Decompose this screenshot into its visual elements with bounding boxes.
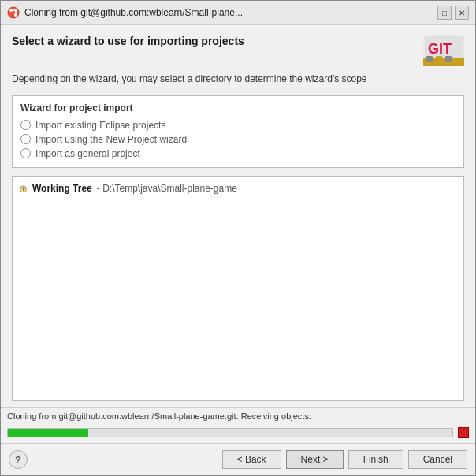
radio-label-existing: Import existing Eclipse projects [35,120,165,131]
radio-circle-existing [20,120,31,130]
working-tree-label: Working Tree [32,183,92,194]
radio-label-new-project: Import using the New Project wizard [35,134,187,145]
progress-bar-track [7,428,453,437]
header-row: Select a wizard to use for importing pro… [12,35,464,66]
tree-item-working-tree: ⊕ Working Tree - D:\Temp\java\Small-plan… [19,181,457,196]
svg-rect-10 [426,56,433,62]
wizard-section-title: Wizard for project import [20,102,456,113]
tree-view[interactable]: ⊕ Working Tree - D:\Temp\java\Small-plan… [12,176,464,401]
radio-item-existing[interactable]: Import existing Eclipse projects [20,120,456,131]
main-window: Cloning from git@github.com:wblearn/Smal… [0,0,476,476]
minimize-button[interactable]: □ [437,6,452,20]
svg-text:GIT: GIT [428,41,452,57]
nav-buttons: < Back Next > Finish Cancel [222,450,467,469]
radio-item-new-project[interactable]: Import using the New Project wizard [20,134,456,145]
wizard-radio-group: Import existing Eclipse projects Import … [20,120,456,159]
page-title: Select a wizard to use for importing pro… [12,35,423,47]
stop-button[interactable] [458,427,469,438]
radio-circle-general [20,148,31,158]
button-row: ? < Back Next > Finish Cancel [1,443,475,475]
window-title: Cloning from git@github.com:wblearn/Smal… [24,7,433,18]
header-subtitle: Depending on the wizard, you may select … [12,73,464,86]
svg-rect-12 [445,56,452,62]
working-tree-path: - D:\Temp\java\Small-plane-game [97,183,237,194]
window-controls: □ ✕ [437,6,469,20]
cancel-button[interactable]: Cancel [408,450,467,469]
help-button[interactable]: ? [9,450,28,469]
content-area: Select a wizard to use for importing pro… [1,25,475,407]
finish-button[interactable]: Finish [348,450,403,469]
svg-rect-11 [436,56,442,62]
title-bar: Cloning from git@github.com:wblearn/Smal… [1,1,475,25]
radio-item-general[interactable]: Import as general project [20,148,456,159]
close-button[interactable]: ✕ [455,6,469,20]
status-bar: Cloning from git@github.com:wblearn/Smal… [1,407,475,424]
git-logo: GIT [423,35,464,66]
back-button[interactable]: < Back [222,450,281,469]
radio-label-general: Import as general project [35,148,140,159]
radio-circle-new-project [20,134,31,144]
next-button[interactable]: Next > [286,450,344,469]
progress-area [1,424,475,443]
working-tree-icon: ⊕ [19,183,28,195]
progress-bar-fill [8,429,88,437]
svg-point-0 [8,7,19,18]
wizard-section: Wizard for project import Import existin… [12,95,464,168]
app-icon [7,6,20,19]
